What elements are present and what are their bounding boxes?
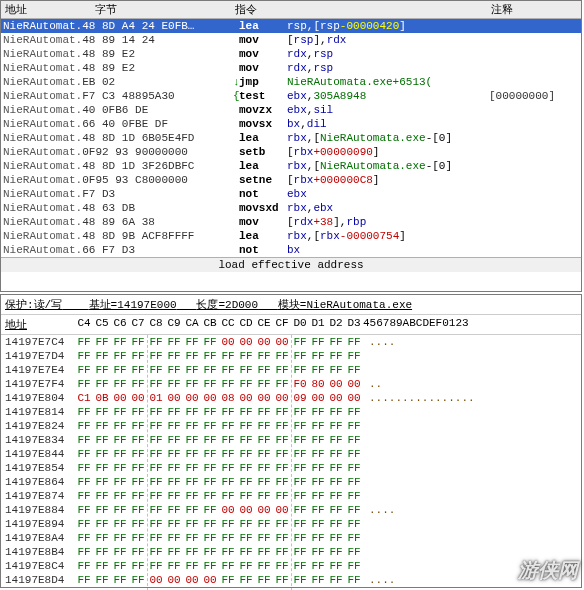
dump-byte[interactable]: FF bbox=[183, 419, 201, 433]
dump-byte[interactable]: FF bbox=[237, 531, 255, 545]
dump-byte[interactable]: FF bbox=[183, 559, 201, 573]
dump-byte[interactable]: FF bbox=[273, 559, 291, 573]
dump-byte[interactable]: FF bbox=[165, 419, 183, 433]
dump-byte[interactable]: FF bbox=[129, 559, 147, 573]
dump-byte[interactable]: FF bbox=[219, 489, 237, 503]
disasm-row[interactable]: NieRAutomat.48 8D 9B ACF8FFFFlearbx,[rbx… bbox=[1, 229, 581, 243]
dump-byte[interactable]: 00 bbox=[327, 391, 345, 405]
dump-byte[interactable]: FF bbox=[345, 419, 363, 433]
dump-byte[interactable]: FF bbox=[165, 559, 183, 573]
dump-byte[interactable]: FF bbox=[165, 405, 183, 419]
disasm-row[interactable]: NieRAutomat.48 63 DBmovsxd rbx,ebx bbox=[1, 201, 581, 215]
dump-byte[interactable]: FF bbox=[309, 363, 327, 377]
dump-byte[interactable]: FF bbox=[201, 517, 219, 531]
dump-byte-header[interactable]: D0 bbox=[291, 317, 309, 332]
col-header-instr[interactable]: 指令 bbox=[233, 2, 323, 17]
dump-byte[interactable]: FF bbox=[165, 545, 183, 559]
dump-byte[interactable]: FF bbox=[75, 363, 93, 377]
dump-byte[interactable]: FF bbox=[75, 517, 93, 531]
dump-byte-header[interactable]: C4 bbox=[75, 317, 93, 332]
dump-byte[interactable]: 00 bbox=[309, 391, 327, 405]
dump-byte[interactable]: FF bbox=[165, 489, 183, 503]
dump-byte[interactable]: FF bbox=[165, 461, 183, 475]
dump-byte[interactable]: FF bbox=[327, 419, 345, 433]
dump-byte[interactable]: FF bbox=[201, 461, 219, 475]
dump-byte[interactable]: 00 bbox=[111, 391, 129, 405]
dump-byte[interactable]: FF bbox=[183, 335, 201, 349]
dump-byte[interactable]: FF bbox=[111, 405, 129, 419]
dump-byte[interactable]: FF bbox=[291, 433, 309, 447]
disasm-row[interactable]: NieRAutomat.EB 02↓jmpNieRAutomata.exe+65… bbox=[1, 75, 581, 89]
dump-byte[interactable]: FF bbox=[75, 503, 93, 517]
dump-byte[interactable]: FF bbox=[273, 517, 291, 531]
dump-body[interactable]: 14197E7C4FFFFFFFFFFFFFFFF00000000FFFFFFF… bbox=[1, 335, 581, 590]
disasm-row[interactable]: NieRAutomat.48 8D 1D 3F26DBFClearbx,[Nie… bbox=[1, 159, 581, 173]
dump-addr-header[interactable]: 地址 bbox=[5, 317, 75, 332]
dump-byte[interactable]: 00 bbox=[165, 391, 183, 405]
dump-byte[interactable]: 00 bbox=[237, 391, 255, 405]
dump-byte[interactable]: FF bbox=[309, 503, 327, 517]
dump-byte[interactable]: FF bbox=[237, 461, 255, 475]
dump-byte[interactable]: FF bbox=[147, 531, 165, 545]
dump-byte[interactable]: FF bbox=[129, 447, 147, 461]
dump-byte[interactable]: FF bbox=[219, 419, 237, 433]
dump-byte[interactable]: 00 bbox=[129, 391, 147, 405]
dump-byte[interactable]: FF bbox=[129, 349, 147, 363]
dump-byte[interactable]: FF bbox=[111, 433, 129, 447]
dump-byte[interactable]: FF bbox=[93, 447, 111, 461]
dump-byte[interactable]: FF bbox=[237, 363, 255, 377]
dump-byte[interactable]: FF bbox=[165, 447, 183, 461]
dump-byte[interactable]: FF bbox=[237, 517, 255, 531]
dump-byte[interactable]: FF bbox=[147, 363, 165, 377]
dump-byte[interactable]: FF bbox=[111, 461, 129, 475]
dump-byte-header[interactable]: C7 bbox=[129, 317, 147, 332]
dump-byte[interactable]: 00 bbox=[147, 573, 165, 587]
dump-byte[interactable]: FF bbox=[255, 559, 273, 573]
disasm-row[interactable]: NieRAutomat.48 89 E2movrdx,rsp bbox=[1, 61, 581, 75]
dump-byte[interactable]: F0 bbox=[291, 377, 309, 391]
dump-byte[interactable]: FF bbox=[255, 377, 273, 391]
dump-byte[interactable]: FF bbox=[147, 461, 165, 475]
dump-byte[interactable]: FF bbox=[147, 447, 165, 461]
dump-byte[interactable]: FF bbox=[327, 489, 345, 503]
dump-byte[interactable]: FF bbox=[183, 489, 201, 503]
dump-byte[interactable]: FF bbox=[345, 475, 363, 489]
dump-byte[interactable]: FF bbox=[129, 461, 147, 475]
dump-byte[interactable]: FF bbox=[345, 559, 363, 573]
dump-byte[interactable]: FF bbox=[111, 349, 129, 363]
dump-byte[interactable]: FF bbox=[75, 475, 93, 489]
dump-byte[interactable]: FF bbox=[291, 447, 309, 461]
disasm-row[interactable]: NieRAutomat.48 8D A4 24 E0FB…learsp,[rsp… bbox=[1, 19, 581, 33]
dump-byte[interactable]: 00 bbox=[255, 391, 273, 405]
dump-byte[interactable]: FF bbox=[93, 405, 111, 419]
dump-byte[interactable]: FF bbox=[291, 559, 309, 573]
dump-byte[interactable]: FF bbox=[183, 433, 201, 447]
dump-byte[interactable]: FF bbox=[345, 335, 363, 349]
dump-byte[interactable]: FF bbox=[75, 419, 93, 433]
dump-byte[interactable]: FF bbox=[111, 517, 129, 531]
dump-byte[interactable]: FF bbox=[129, 419, 147, 433]
dump-byte[interactable]: FF bbox=[183, 447, 201, 461]
dump-byte[interactable]: FF bbox=[147, 503, 165, 517]
dump-byte[interactable]: FF bbox=[309, 447, 327, 461]
dump-byte[interactable]: FF bbox=[309, 573, 327, 587]
disasm-row[interactable]: NieRAutomat.66 40 0FBE DFmovsxbx,dil bbox=[1, 117, 581, 131]
dump-byte[interactable]: FF bbox=[165, 517, 183, 531]
disasm-row[interactable]: NieRAutomat.40 0FB6 DEmovzxebx,sil bbox=[1, 103, 581, 117]
dump-byte[interactable]: FF bbox=[291, 517, 309, 531]
dump-byte[interactable]: 00 bbox=[237, 335, 255, 349]
dump-byte[interactable]: FF bbox=[237, 573, 255, 587]
dump-byte[interactable]: FF bbox=[75, 405, 93, 419]
dump-byte[interactable]: FF bbox=[75, 433, 93, 447]
dump-byte[interactable]: FF bbox=[93, 489, 111, 503]
dump-byte[interactable]: FF bbox=[111, 419, 129, 433]
disassembly-pane[interactable]: 地址 字节 指令 注释 NieRAutomat.48 8D A4 24 E0FB… bbox=[0, 0, 582, 292]
dump-byte[interactable]: FF bbox=[147, 419, 165, 433]
dump-byte[interactable]: FF bbox=[273, 573, 291, 587]
dump-byte[interactable]: FF bbox=[345, 349, 363, 363]
dump-byte[interactable]: FF bbox=[273, 545, 291, 559]
dump-byte[interactable]: FF bbox=[201, 475, 219, 489]
dump-byte[interactable]: FF bbox=[345, 405, 363, 419]
dump-byte[interactable]: 09 bbox=[291, 391, 309, 405]
dump-byte[interactable]: FF bbox=[129, 405, 147, 419]
